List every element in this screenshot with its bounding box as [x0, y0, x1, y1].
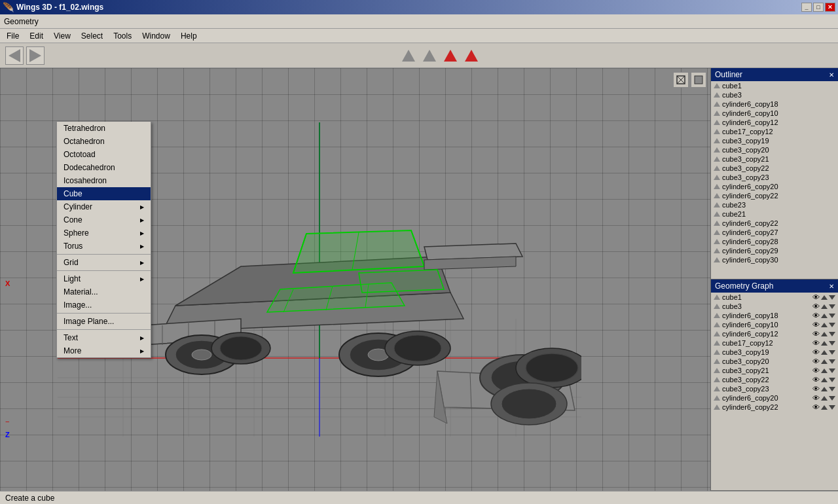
list-item[interactable]: cylinder6_copy28 — [711, 237, 838, 246]
solid-view-button[interactable] — [691, 72, 706, 88]
menu-torus[interactable]: Torus▶ — [57, 240, 151, 253]
action-btn-2[interactable] — [420, 46, 439, 65]
up-arrow-icon[interactable] — [821, 323, 828, 327]
list-item[interactable]: cube17_copy12 — [711, 127, 838, 136]
menu-edit[interactable]: Edit — [24, 30, 48, 42]
up-arrow-icon[interactable] — [821, 405, 828, 410]
up-arrow-icon[interactable] — [821, 350, 828, 355]
down-arrow-icon[interactable] — [829, 350, 835, 355]
viewport[interactable]: X − Z — [0, 68, 710, 491]
outliner-content[interactable]: cube1 cube3 cylinder6_copy18 cylinder6_c… — [711, 81, 838, 279]
menu-file[interactable]: File — [1, 30, 24, 42]
menu-text[interactable]: Text▶ — [57, 331, 151, 344]
up-arrow-icon[interactable] — [821, 314, 828, 318]
eye-icon[interactable]: 👁 — [812, 321, 820, 329]
menu-image-plane[interactable]: Image Plane... — [57, 315, 151, 328]
outliner-close-button[interactable]: ✕ — [829, 71, 834, 79]
action-btn-3[interactable] — [441, 46, 460, 65]
up-arrow-icon[interactable] — [821, 295, 828, 300]
up-arrow-icon[interactable] — [821, 396, 828, 401]
up-arrow-icon[interactable] — [821, 378, 828, 382]
geo-row[interactable]: cube3_copy22 👁 — [711, 375, 838, 384]
up-arrow-icon[interactable] — [821, 369, 828, 373]
up-arrow-icon[interactable] — [821, 387, 828, 391]
up-arrow-icon[interactable] — [821, 332, 828, 336]
eye-icon[interactable]: 👁 — [812, 348, 820, 356]
menu-icosahedron[interactable]: Icosahedron — [57, 174, 151, 187]
geo-row[interactable]: cube3_copy20 👁 — [711, 357, 838, 366]
list-item[interactable]: cube3_copy19 — [711, 136, 838, 145]
eye-icon[interactable]: 👁 — [812, 403, 820, 411]
menu-light[interactable]: Light▶ — [57, 272, 151, 285]
list-item[interactable]: cylinder6_copy22 — [711, 191, 838, 200]
list-item[interactable]: cube23 — [711, 200, 838, 209]
eye-icon[interactable]: 👁 — [812, 376, 820, 384]
eye-icon[interactable]: 👁 — [812, 302, 820, 310]
list-item[interactable]: cube1 — [711, 81, 838, 90]
list-item[interactable]: cube3_copy22 — [711, 164, 838, 173]
down-arrow-icon[interactable] — [829, 332, 835, 336]
geo-row[interactable]: cube1 👁 — [711, 293, 838, 302]
down-arrow-icon[interactable] — [829, 314, 835, 318]
geo-row[interactable]: cylinder6_copy12 👁 — [711, 329, 838, 338]
list-item[interactable]: cylinder6_copy22 — [711, 219, 838, 228]
geometry-graph-close-button[interactable]: ✕ — [829, 283, 834, 290]
geo-row[interactable]: cube3_copy19 👁 — [711, 348, 838, 357]
geo-row[interactable]: cylinder6_copy18 👁 — [711, 311, 838, 320]
menu-tools[interactable]: Tools — [108, 30, 137, 42]
menu-cube[interactable]: Cube — [57, 187, 151, 200]
menu-sphere[interactable]: Sphere▶ — [57, 226, 151, 240]
wireframe-view-button[interactable] — [673, 72, 689, 88]
menu-dodecahedron[interactable]: Dodecahedron — [57, 161, 151, 174]
menu-more[interactable]: More▶ — [57, 344, 151, 357]
menu-octotoad[interactable]: Octotoad — [57, 148, 151, 161]
eye-icon[interactable]: 👁 — [812, 385, 820, 393]
down-arrow-icon[interactable] — [829, 378, 835, 382]
down-arrow-icon[interactable] — [829, 396, 835, 401]
down-arrow-icon[interactable] — [829, 295, 835, 300]
list-item[interactable]: cylinder6_copy12 — [711, 118, 838, 127]
geo-row[interactable]: cube3_copy23 👁 — [711, 384, 838, 393]
eye-icon[interactable]: 👁 — [812, 293, 820, 301]
down-arrow-icon[interactable] — [829, 341, 835, 346]
menu-octahedron[interactable]: Octahedron — [57, 135, 151, 148]
list-item[interactable]: cylinder6_copy18 — [711, 99, 838, 109]
eye-icon[interactable]: 👁 — [812, 312, 820, 319]
down-arrow-icon[interactable] — [829, 387, 835, 391]
down-arrow-icon[interactable] — [829, 369, 835, 373]
menu-cylinder[interactable]: Cylinder▶ — [57, 200, 151, 213]
menu-help[interactable]: Help — [175, 30, 202, 42]
minimize-button[interactable]: _ — [801, 3, 812, 12]
geo-row[interactable]: cube3_copy21 👁 — [711, 366, 838, 375]
menu-material[interactable]: Material... — [57, 285, 151, 298]
list-item[interactable]: cylinder6_copy20 — [711, 182, 838, 191]
eye-icon[interactable]: 👁 — [812, 357, 820, 365]
action-btn-4[interactable] — [462, 46, 481, 65]
geo-row[interactable]: cube17_copy12 👁 — [711, 338, 838, 348]
list-item[interactable]: cube3 — [711, 90, 838, 99]
nav-back-button[interactable] — [5, 46, 24, 65]
nav-forward-button[interactable] — [26, 46, 45, 65]
list-item[interactable]: cube3_copy20 — [711, 145, 838, 154]
down-arrow-icon[interactable] — [829, 359, 835, 364]
up-arrow-icon[interactable] — [821, 304, 828, 309]
geometry-graph-content[interactable]: cube1 👁 cube3 👁 — [711, 293, 838, 490]
geo-row[interactable]: cylinder6_copy22 👁 — [711, 403, 838, 412]
geo-row[interactable]: cube3 👁 — [711, 302, 838, 311]
action-btn-1[interactable] — [399, 46, 418, 65]
down-arrow-icon[interactable] — [829, 323, 835, 327]
up-arrow-icon[interactable] — [821, 359, 828, 364]
list-item[interactable]: cube3_copy23 — [711, 173, 838, 182]
menu-cone[interactable]: Cone▶ — [57, 213, 151, 226]
list-item[interactable]: cylinder6_copy29 — [711, 246, 838, 255]
close-button[interactable]: ✕ — [825, 3, 835, 12]
down-arrow-icon[interactable] — [829, 405, 835, 410]
menu-view[interactable]: View — [48, 30, 76, 42]
eye-icon[interactable]: 👁 — [812, 394, 820, 402]
list-item[interactable]: cylinder6_copy10 — [711, 109, 838, 118]
eye-icon[interactable]: 👁 — [812, 339, 820, 347]
up-arrow-icon[interactable] — [821, 341, 828, 346]
menu-select[interactable]: Select — [76, 30, 108, 42]
list-item[interactable]: cube3_copy21 — [711, 154, 838, 164]
list-item[interactable]: cylinder6_copy30 — [711, 255, 838, 264]
